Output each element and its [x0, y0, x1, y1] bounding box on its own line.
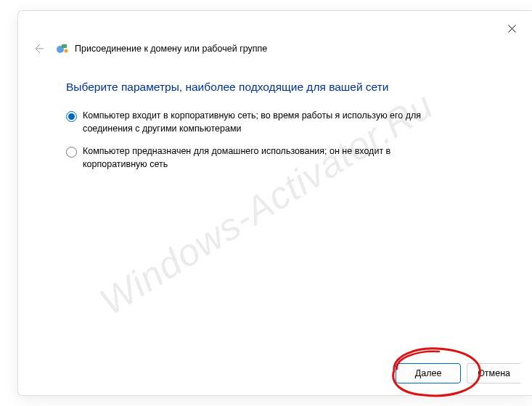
wizard-header: Присоединение к домену или рабочей групп…	[18, 11, 532, 56]
wizard-title: Присоединение к домену или рабочей групп…	[75, 44, 267, 54]
close-button[interactable]	[502, 18, 522, 38]
wizard-footer: Далее Отмена	[396, 363, 520, 383]
svg-point-5	[65, 49, 68, 53]
back-arrow-icon	[33, 43, 44, 54]
page-heading: Выберите параметры, наиболее подходящие …	[66, 81, 484, 94]
radio-indicator	[66, 147, 77, 158]
network-type-radio-group: Компьютер входит в корпоративную сеть; в…	[66, 110, 484, 171]
radio-label: Компьютер входит в корпоративную сеть; в…	[83, 110, 424, 135]
next-button[interactable]: Далее	[396, 363, 461, 383]
wizard-dialog: Присоединение к домену или рабочей групп…	[17, 10, 532, 396]
close-icon	[508, 25, 516, 33]
radio-option-home[interactable]: Компьютер предназначен для домашнего исп…	[66, 145, 484, 171]
wizard-icon	[56, 42, 69, 55]
svg-rect-4	[62, 44, 67, 48]
back-button[interactable]	[31, 41, 46, 56]
radio-indicator	[66, 111, 77, 122]
wizard-content: Выберите параметры, наиболее подходящие …	[18, 56, 532, 171]
radio-label: Компьютер предназначен для домашнего исп…	[83, 145, 424, 171]
cancel-button[interactable]: Отмена	[467, 363, 520, 383]
radio-option-corporate[interactable]: Компьютер входит в корпоративную сеть; в…	[66, 110, 484, 135]
